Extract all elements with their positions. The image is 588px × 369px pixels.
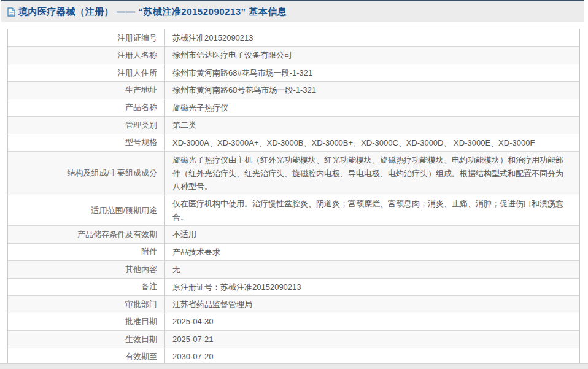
row-label-text: 管理类别 xyxy=(125,120,157,131)
row-label: 有效期至 xyxy=(8,348,165,365)
row-value: 2030-07-20 xyxy=(165,348,579,365)
row-label: 备注 xyxy=(8,279,165,295)
table-row: 管理类别第二类 xyxy=(8,116,579,133)
row-label: 产品名称 xyxy=(8,99,165,116)
row-value-text: 徐州市信达医疗电子设备有限公司 xyxy=(172,49,292,61)
row-label: 生产地址 xyxy=(8,82,165,98)
table-row: 生产地址徐州市黄河南路68号花鸟市场一段-1-321 xyxy=(8,81,579,98)
table-row: 结构及组成/主要组成成分旋磁光子热疗仪由主机（红外光功能模块、红光功能模块、旋磁… xyxy=(8,151,579,195)
row-value: 仅在医疗机构中使用。治疗慢性盆腔炎、阴道炎；宫颈糜烂、宫颈息肉；消炎、止痛、消肿… xyxy=(165,195,579,225)
row-label: 批准日期 xyxy=(8,313,165,330)
row-value: 旋磁光子热疗仪 xyxy=(165,99,579,116)
row-label-text: 有效期至 xyxy=(125,351,157,362)
table-row: 型号规格XD-3000A、XD-3000A+、XD-3000B、XD-3000B… xyxy=(8,134,579,151)
row-value: 2025-07-21 xyxy=(165,331,579,348)
row-value: 不适用 xyxy=(165,226,579,243)
row-value-text: 旋磁光子热疗仪 xyxy=(172,101,228,114)
row-label-text: 生效日期 xyxy=(125,334,157,345)
row-value-text: 2025-04-30 xyxy=(172,315,214,328)
table-row: 注册人住所徐州市黄河南路68#花鸟市场一段-1-321 xyxy=(8,64,579,81)
row-value-text: 原注册证号：苏械注准20152090213 xyxy=(172,281,301,293)
row-label: 型号规格 xyxy=(8,134,165,151)
table-row: 审批部门江苏省药品监督管理局 xyxy=(8,295,579,313)
table-row: 产品储存条件及有效期不适用 xyxy=(8,225,579,243)
row-value: 江苏省药品监督管理局 xyxy=(165,296,579,313)
row-label: 生效日期 xyxy=(8,331,165,348)
row-label: 管理类别 xyxy=(8,117,165,133)
page-title: 境内医疗器械（注册） —— “苏械注准20152090213” 基本信息 xyxy=(18,6,287,18)
row-label-text: 审批部门 xyxy=(125,299,157,310)
row-label: 结构及组成/主要组成成分 xyxy=(8,152,165,195)
row-value-text: 产品技术要求 xyxy=(172,246,220,258)
row-label-text: 产品储存条件及有效期 xyxy=(77,229,157,240)
row-value-text: 不适用 xyxy=(172,228,196,241)
row-label-text: 生产地址 xyxy=(125,85,157,96)
table-row: 其他内容无 xyxy=(8,260,579,278)
row-value-text: 旋磁光子热疗仪由主机（红外光功能模块、红光功能模块、旋磁热疗功能模块、电灼功能模… xyxy=(172,153,571,193)
row-value: XD-3000A、XD-3000A+、XD-3000B、XD-3000B+、XD… xyxy=(165,134,579,151)
row-value: 徐州市黄河南路68号花鸟市场一段-1-321 xyxy=(165,82,579,98)
row-value: 2025-04-30 xyxy=(165,313,579,330)
row-label: 审批部门 xyxy=(8,296,165,313)
row-value-text: 2030-07-20 xyxy=(172,350,214,363)
table-row: 适用范围/预期用途仅在医疗机构中使用。治疗慢性盆腔炎、阴道炎；宫颈糜烂、宫颈息肉… xyxy=(8,195,579,225)
row-label-text: 其他内容 xyxy=(125,264,157,275)
table-row: 批准日期2025-04-30 xyxy=(8,313,579,330)
table-row: 产品名称旋磁光子热疗仪 xyxy=(8,99,579,116)
row-label-text: 结构及组成/主要组成成分 xyxy=(67,168,157,179)
table-row: 注册人名称徐州市信达医疗电子设备有限公司 xyxy=(8,46,579,63)
registration-info-table: 注册证编号苏械注准20152090213注册人名称徐州市信达医疗电子设备有限公司… xyxy=(7,29,580,369)
table-row: 注册证编号苏械注准20152090213 xyxy=(8,29,579,46)
row-value: 旋磁光子热疗仪由主机（红外光功能模块、红光功能模块、旋磁热疗功能模块、电灼功能模… xyxy=(165,152,579,195)
row-value: 苏械注准20152090213 xyxy=(165,29,579,46)
row-value-text: 2025-07-21 xyxy=(172,333,214,346)
row-label-text: 附件 xyxy=(141,246,157,257)
row-value: 无 xyxy=(165,261,579,278)
row-label-text: 适用范围/预期用途 xyxy=(91,205,157,216)
row-label: 适用范围/预期用途 xyxy=(8,195,165,225)
footer-strip xyxy=(0,363,588,369)
row-label-text: 注册人名称 xyxy=(117,50,157,61)
row-label-text: 注册证编号 xyxy=(117,33,157,44)
row-label: 注册证编号 xyxy=(8,29,165,46)
row-value: 产品技术要求 xyxy=(165,244,579,260)
row-value-text: 徐州市黄河南路68#花鸟市场一段-1-321 xyxy=(172,66,312,79)
row-value-text: 苏械注准20152090213 xyxy=(172,31,253,44)
row-label: 附件 xyxy=(8,244,165,260)
row-value-text: 徐州市黄河南路68号花鸟市场一段-1-321 xyxy=(172,84,316,96)
row-label-text: 产品名称 xyxy=(125,102,157,113)
row-label: 注册人名称 xyxy=(8,47,165,63)
row-value-text: 江苏省药品监督管理局 xyxy=(172,298,252,311)
row-value: 原注册证号：苏械注准20152090213 xyxy=(165,279,579,295)
document-icon xyxy=(7,7,15,17)
table-row: 有效期至2030-07-20 xyxy=(8,348,579,365)
row-label-text: 批准日期 xyxy=(125,316,157,327)
row-value-text: 无 xyxy=(172,263,180,276)
row-label: 产品储存条件及有效期 xyxy=(8,226,165,243)
row-label-text: 型号规格 xyxy=(125,137,157,148)
row-label: 注册人住所 xyxy=(8,64,165,81)
table-row: 生效日期2025-07-21 xyxy=(8,330,579,348)
row-value-text: 仅在医疗机构中使用。治疗慢性盆腔炎、阴道炎；宫颈糜烂、宫颈息肉；消炎、止痛、消肿… xyxy=(172,197,571,223)
table-row: 附件产品技术要求 xyxy=(8,243,579,260)
row-value-text: 第二类 xyxy=(172,118,196,131)
table-row: 备注原注册证号：苏械注准20152090213 xyxy=(8,278,579,295)
page-header: 境内医疗器械（注册） —— “苏械注准20152090213” 基本信息 xyxy=(1,0,584,22)
row-value: 第二类 xyxy=(165,117,579,133)
row-label: 其他内容 xyxy=(8,261,165,278)
row-label-text: 注册人住所 xyxy=(117,68,157,79)
row-value: 徐州市黄河南路68#花鸟市场一段-1-321 xyxy=(165,64,579,81)
row-value: 徐州市信达医疗电子设备有限公司 xyxy=(165,47,579,63)
row-label-text: 备注 xyxy=(141,281,157,292)
row-value-text: XD-3000A、XD-3000A+、XD-3000B、XD-3000B+、XD… xyxy=(172,136,535,149)
